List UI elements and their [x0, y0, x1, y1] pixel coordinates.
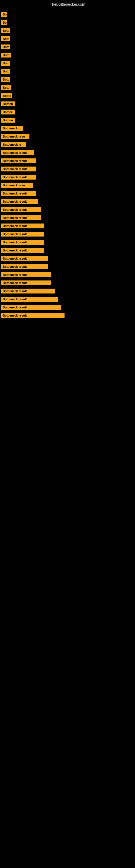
item-label: Bottleneck result — [1, 158, 36, 163]
item-label: Bott — [1, 28, 10, 33]
list-item: Bott — [1, 35, 135, 43]
item-label: Bottleneck result — [1, 199, 38, 204]
list-item: Bottleneck result — [1, 189, 135, 197]
item-label: Bott — [1, 36, 10, 41]
list-item: Bott — [1, 27, 135, 35]
item-label: Bottleneck resu — [1, 183, 33, 188]
item-label: Bottl — [1, 85, 11, 90]
list-item: Bottleneck result — [1, 262, 135, 271]
item-label: Bott — [1, 44, 10, 50]
item-label: Bottleneck result — [1, 215, 41, 220]
list-item: Bottlen — [1, 100, 135, 108]
list-item: Bottleneck result — [1, 279, 135, 287]
list-item: Bottleneck result — [1, 230, 135, 238]
item-label: Bottleneck result — [1, 175, 36, 180]
list-item: Bottleneck result — [1, 206, 135, 214]
item-label: Bottleneck result — [1, 289, 55, 293]
list-item: Bott — [1, 67, 135, 75]
list-item: Bottleneck r — [1, 124, 135, 132]
item-label: Bottleneck result — [1, 240, 44, 245]
list-item: Bottler — [1, 108, 135, 116]
site-title: TheBottlenecker.com — [0, 0, 135, 8]
list-item: Bottleneck result — [1, 271, 135, 279]
list-item: Bottleneck result — [1, 222, 135, 230]
item-label: Bottleneck result — [1, 264, 48, 269]
item-label: Bottleneck result — [1, 231, 44, 237]
item-label: Bott — [1, 69, 10, 74]
list-item: Bottleneck result — [1, 287, 135, 295]
item-label: Bottleneck result — [1, 297, 58, 302]
item-label: Bo — [1, 20, 7, 25]
list-item: Bottleneck result — [1, 303, 135, 311]
list-item: Bott — [1, 75, 135, 84]
list-item: Bottl — [1, 51, 135, 59]
list-item: Bottleneck result — [1, 214, 135, 222]
list-item: Bottleneck result — [1, 311, 135, 319]
item-label: Bottleneck result — [1, 256, 48, 261]
item-label: Bottler — [1, 110, 15, 115]
item-label: Bottleneck r — [1, 126, 23, 131]
list-item: Bo — [1, 10, 135, 19]
list-item: Bottlen — [1, 116, 135, 124]
item-label: Bottl — [1, 53, 11, 58]
item-label: Bottleneck result — [1, 166, 36, 172]
item-label: Bottlen — [1, 101, 15, 106]
item-label: Bottleneck result — [1, 223, 44, 228]
list-item: Bottleneck result — [1, 197, 135, 206]
list-item: Bottleneck re — [1, 141, 135, 149]
item-label: Bottleneck result — [1, 305, 61, 310]
item-label: Bo — [1, 12, 7, 17]
list-item: Bottleneck result — [1, 165, 135, 173]
list-item: Bottleneck result — [1, 295, 135, 303]
list-item: Bottleneck resu — [1, 132, 135, 141]
list-item: Bottle — [1, 92, 135, 100]
item-label: Bottle — [1, 93, 12, 98]
list-item: Bottleneck result — [1, 173, 135, 181]
item-label: Bottleneck re — [1, 142, 26, 147]
list-item: Bottleneck result — [1, 246, 135, 254]
item-label: Bottleneck result — [1, 150, 34, 155]
list-item: Bottleneck result — [1, 238, 135, 246]
items-container: BoBoBottBottBottBottlBottBottBottBottlBo… — [0, 8, 135, 322]
item-label: Bott — [1, 77, 10, 82]
item-label: Bottleneck resu — [1, 134, 30, 139]
list-item: Bottleneck result — [1, 157, 135, 165]
list-item: Bott — [1, 43, 135, 51]
list-item: Bo — [1, 19, 135, 27]
item-label: Bottleneck result — [1, 272, 51, 277]
item-label: Bottleneck result — [1, 248, 44, 253]
list-item: Bottleneck result — [1, 149, 135, 157]
list-item: Bottl — [1, 84, 135, 92]
item-label: Bottleneck result — [1, 280, 51, 285]
list-item: Bott — [1, 59, 135, 67]
item-label: Bott — [1, 61, 10, 66]
item-label: Bottleneck result — [1, 207, 41, 212]
item-label: Bottleneck result — [1, 191, 36, 196]
item-label: Bottleneck result — [1, 313, 64, 318]
list-item: Bottleneck result — [1, 254, 135, 262]
list-item: Bottleneck resu — [1, 181, 135, 189]
item-label: Bottlen — [1, 118, 15, 123]
